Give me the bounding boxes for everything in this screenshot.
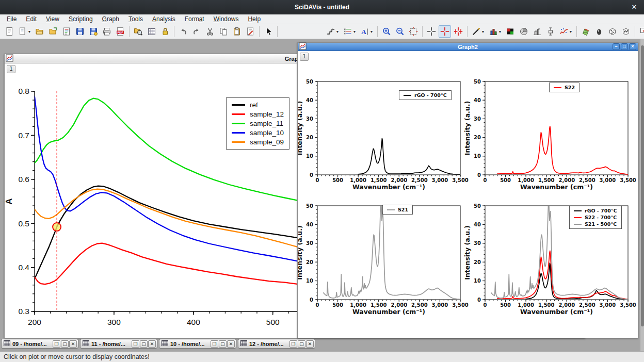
rescale-axes-icon[interactable]	[407, 25, 420, 38]
close-window-icon[interactable]: ✕	[629, 43, 636, 50]
select-range-icon[interactable]	[452, 25, 464, 38]
plot-3d-trajectory-icon[interactable]	[620, 25, 632, 38]
menu-item-file[interactable]: File	[2, 14, 21, 24]
fit-wizard-icon[interactable]: ▼	[558, 25, 574, 38]
plot-bars-icon[interactable]: ▼	[487, 25, 503, 38]
minimized-window-tab[interactable]: 10 - /home/...❐▢✕	[159, 339, 236, 349]
pointer-icon[interactable]	[262, 25, 275, 38]
menu-item-edit[interactable]: Edit	[21, 14, 41, 24]
minimized-window-tab[interactable]: 12 - /home/...❐▢✕	[238, 339, 315, 349]
new-table-icon[interactable]	[146, 25, 158, 38]
import-template-icon[interactable]	[47, 25, 59, 38]
tab-restore-icon[interactable]: ❐	[53, 340, 60, 348]
svg-text:1,500: 1,500	[371, 302, 387, 308]
tab-maximize-icon[interactable]: ▢	[61, 340, 69, 348]
plot-pie-icon[interactable]	[518, 25, 530, 38]
svg-text:3,000: 3,000	[432, 302, 448, 308]
tab-restore-icon[interactable]: ❐	[132, 340, 139, 348]
tab-restore-icon[interactable]: ❐	[289, 340, 297, 348]
new-project-icon[interactable]	[3, 25, 15, 38]
raman-combined-legend[interactable]: rGO - 700°CS22 - 700°CS21 - 500°C	[569, 206, 622, 229]
open-project-icon[interactable]	[34, 25, 46, 38]
minimize-window-icon[interactable]: –	[613, 43, 620, 50]
maximize-window-icon[interactable]: □	[621, 43, 628, 50]
raman-rgo-legend[interactable]: rGO - 700°C	[399, 90, 452, 100]
list-style-icon[interactable]: ▼	[342, 25, 358, 38]
tab-restore-icon[interactable]: ❐	[211, 340, 218, 348]
workspace-scrollbar[interactable]	[640, 39, 644, 351]
svg-text:3,500: 3,500	[452, 302, 469, 308]
menu-item-graph[interactable]: Graph	[98, 14, 124, 24]
tab-close-icon[interactable]: ✕	[227, 340, 235, 348]
scrollbar-thumb[interactable]	[641, 45, 644, 326]
window-titlebar: SciDAVis - untitled ✕	[0, 0, 644, 14]
new-aspect-icon[interactable]: ▼	[17, 25, 33, 38]
graph2-canvas[interactable]: 1 05001,0001,5002,0002,5003,0003,5000102…	[298, 51, 638, 338]
copy-icon[interactable]	[217, 25, 230, 38]
toolbar-separator	[277, 26, 278, 37]
cut-icon[interactable]	[204, 25, 216, 38]
svg-text:A: A	[5, 198, 14, 204]
toolbar-separator	[377, 26, 378, 37]
menu-item-scripting[interactable]: Scripting	[64, 14, 98, 24]
import-ascii-icon[interactable]	[60, 25, 73, 38]
menu-item-format[interactable]: Format	[180, 14, 209, 24]
plot-matrix-icon[interactable]	[504, 25, 517, 38]
tab-maximize-icon[interactable]: ▢	[298, 340, 305, 348]
menu-item-tools[interactable]: Tools	[124, 14, 148, 24]
plot-3d-scatter-icon[interactable]	[606, 25, 619, 38]
layer-button[interactable]: 1	[300, 53, 309, 61]
data-reader-icon[interactable]	[439, 25, 451, 38]
zoom-out-icon[interactable]	[394, 25, 406, 38]
draw-line-icon[interactable]: ▼	[470, 25, 486, 38]
menu-item-view[interactable]: View	[41, 14, 64, 24]
svg-text:Wavenumber (cm⁻¹): Wavenumber (cm⁻¹)	[352, 308, 425, 316]
svg-text:400: 400	[187, 318, 200, 326]
status-text: Click on plot or move cursor to display …	[4, 353, 150, 360]
legend-entry: S22 - 700°C	[574, 215, 617, 220]
raman-s22-legend[interactable]: S22	[549, 83, 579, 92]
plot-3d-blob-icon[interactable]	[593, 25, 605, 38]
text-style-icon[interactable]: A▼	[359, 25, 375, 38]
tab-maximize-icon[interactable]: ▢	[140, 340, 148, 348]
redo-icon[interactable]	[190, 25, 203, 38]
save-project-icon[interactable]	[74, 25, 86, 38]
legend-swatch	[554, 87, 561, 88]
minimized-window-tab[interactable]: 09 - /home/...❐▢✕	[1, 339, 78, 349]
tab-close-icon[interactable]: ✕	[69, 340, 77, 348]
undo-icon[interactable]	[177, 25, 189, 38]
raman-plots[interactable]: 05001,0001,5002,0002,5003,0003,500010203…	[298, 51, 638, 338]
layer-button[interactable]: 1	[7, 65, 15, 73]
menu-item-windows[interactable]: Windows	[209, 14, 244, 24]
save-template-icon[interactable]	[87, 25, 100, 38]
export-pdf-icon[interactable]: PDF	[114, 25, 126, 38]
uvvis-legend[interactable]: refsample_12sample_11sample_10sample_09	[226, 97, 289, 150]
screen-reader-icon[interactable]	[425, 25, 438, 38]
resize-layer-icon[interactable]	[638, 25, 644, 38]
svg-text:0.8: 0.8	[18, 87, 29, 95]
menu-item-analysis[interactable]: Analysis	[148, 14, 180, 24]
raman-s21-legend[interactable]: S21	[382, 205, 413, 215]
legend-entry: ref	[232, 101, 284, 109]
plot-3d-bars-icon[interactable]	[531, 25, 543, 38]
plot-box-icon[interactable]	[544, 25, 557, 38]
print-icon[interactable]	[101, 25, 113, 38]
svg-text:40: 40	[474, 97, 481, 103]
zoom-in-icon[interactable]	[380, 25, 393, 38]
plot-3d-surface-icon[interactable]	[579, 25, 592, 38]
menu-item-help[interactable]: Help	[243, 14, 265, 24]
window-close-icon[interactable]: ✕	[630, 3, 639, 11]
annotate-icon[interactable]	[244, 25, 256, 38]
svg-text:20: 20	[306, 135, 313, 140]
project-explorer-icon[interactable]	[132, 25, 144, 38]
paste-icon[interactable]	[231, 25, 243, 38]
graph2-titlebar[interactable]: Graph2 –□✕	[298, 43, 638, 51]
table-icon	[4, 340, 10, 348]
graph2-window-buttons: –□✕	[613, 43, 636, 50]
curve-style-icon[interactable]: ▼	[325, 25, 341, 38]
minimized-window-tab[interactable]: 11 - /home/...❐▢✕	[80, 339, 157, 349]
tab-maximize-icon[interactable]: ▢	[219, 340, 227, 348]
lock-icon[interactable]	[159, 25, 171, 38]
tab-close-icon[interactable]: ✕	[306, 340, 314, 348]
tab-close-icon[interactable]: ✕	[148, 340, 156, 348]
